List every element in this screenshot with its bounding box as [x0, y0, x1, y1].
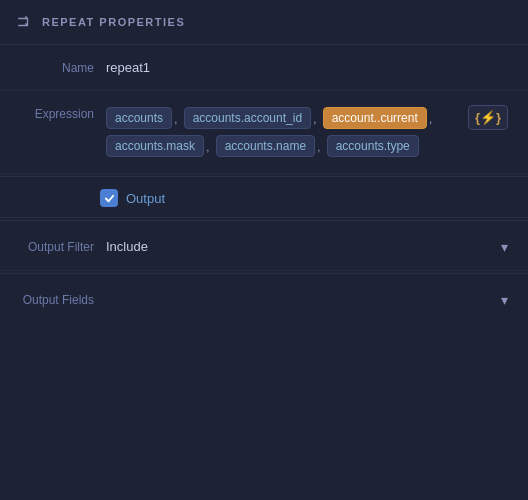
divider-2 — [0, 220, 528, 221]
divider-3 — [0, 273, 528, 274]
tag-accounts-account-id: accounts.account_id , — [184, 107, 319, 129]
tag-account-current: account..current , — [323, 107, 435, 129]
tag-accounts-type: accounts.type — [327, 135, 419, 157]
expression-row-wrapper: accounts , accounts.account_id , account… — [106, 103, 508, 161]
name-value-container: repeat1 — [106, 55, 508, 80]
output-checkbox-wrapper: Output — [100, 189, 165, 207]
name-label: Name — [16, 55, 106, 75]
repeat-properties-panel: REPEAT PROPERTIES Name repeat1 Expressio… — [0, 0, 528, 500]
expr-tag-accounts-type[interactable]: accounts.type — [327, 135, 419, 157]
output-fields-row: Output Fields ▾ — [0, 276, 528, 324]
name-value: repeat1 — [106, 55, 150, 80]
panel-title: REPEAT PROPERTIES — [42, 16, 185, 28]
expression-area: accounts , accounts.account_id , account… — [106, 103, 458, 161]
expr-tag-account-current[interactable]: account..current — [323, 107, 427, 129]
output-fields-label: Output Fields — [16, 293, 106, 307]
name-field-row: Name repeat1 — [0, 45, 528, 91]
output-filter-chevron-icon: ▾ — [501, 239, 508, 255]
expression-tags: accounts , accounts.account_id , account… — [106, 107, 458, 157]
expression-action-button[interactable]: {⚡} — [468, 105, 508, 130]
output-filter-value: Include — [106, 239, 148, 254]
expression-action-area: {⚡} — [468, 103, 508, 130]
output-fields-select[interactable]: ▾ — [106, 292, 508, 308]
tag-accounts: accounts , — [106, 107, 180, 129]
output-filter-row: Output Filter Include ▾ — [0, 223, 528, 271]
panel-body: Name repeat1 Expression accounts , — [0, 45, 528, 500]
output-filter-select[interactable]: Include ▾ — [106, 239, 508, 255]
panel-header: REPEAT PROPERTIES — [0, 0, 528, 45]
output-fields-chevron-icon: ▾ — [501, 292, 508, 308]
repeat-icon — [16, 14, 32, 30]
expression-field-row: Expression accounts , accounts.account_i… — [0, 91, 528, 174]
expr-tag-accounts[interactable]: accounts — [106, 107, 172, 129]
expr-tag-accounts-mask[interactable]: accounts.mask — [106, 135, 204, 157]
expression-label: Expression — [16, 103, 106, 121]
expr-tag-accounts-name[interactable]: accounts.name — [216, 135, 315, 157]
tag-accounts-mask: accounts.mask , — [106, 135, 212, 157]
tag-accounts-name: accounts.name , — [216, 135, 323, 157]
output-label: Output — [126, 191, 165, 206]
output-row: Output — [0, 179, 528, 218]
expr-tag-accounts-account-id[interactable]: accounts.account_id — [184, 107, 311, 129]
output-checkbox[interactable] — [100, 189, 118, 207]
divider-1 — [0, 176, 528, 177]
output-filter-label: Output Filter — [16, 240, 106, 254]
